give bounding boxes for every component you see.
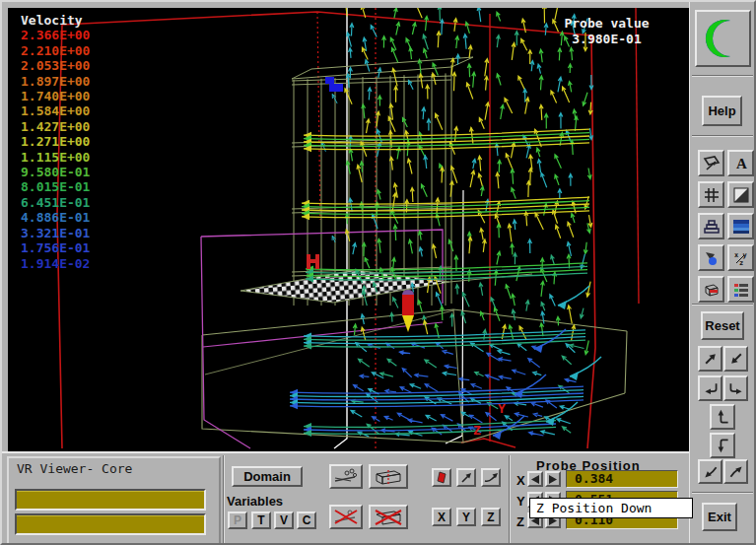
- red-plane-icon: [436, 471, 448, 484]
- velocity-legend: Velocity 2.366E+002.210E+002.053E+001.89…: [21, 13, 90, 271]
- help-button[interactable]: Help: [702, 96, 742, 126]
- clip-box-tool-button[interactable]: [698, 276, 724, 303]
- arrow-ne-icon: [703, 351, 719, 367]
- arrow-ne-small-icon: [460, 471, 473, 484]
- zoom-out-button[interactable]: [723, 346, 748, 372]
- probe-z-label: Z: [516, 514, 524, 529]
- exit-label: Exit: [708, 510, 731, 524]
- particle-trace-button[interactable]: [329, 464, 363, 489]
- legend-entry: 1.115E+00: [21, 150, 90, 165]
- probe-y-label: Y: [516, 494, 525, 509]
- status-field-1[interactable]: [15, 489, 206, 511]
- legend-entry: 1.914E-02: [21, 256, 90, 271]
- legend-entry: 2.366E+00: [21, 28, 90, 42]
- probe-x-left-button[interactable]: [527, 471, 543, 487]
- grid-icon: [703, 186, 721, 204]
- variable-t-button[interactable]: T: [251, 511, 271, 529]
- svg-text:A: A: [736, 156, 747, 171]
- swoosh-sw-icon: [703, 464, 719, 480]
- axis-y-button[interactable]: Y: [456, 508, 476, 526]
- legend-title: Velocity: [21, 13, 90, 28]
- legend-entry: 1.897E+00: [21, 74, 90, 89]
- layers-tool-button[interactable]: [698, 213, 724, 239]
- exit-button[interactable]: Exit: [702, 503, 737, 531]
- bent-arrow-icon: [484, 471, 499, 484]
- variable-p-button[interactable]: P: [228, 511, 247, 529]
- legend-entry: 9.580E-01: [21, 165, 90, 179]
- variable-v-button[interactable]: V: [274, 511, 294, 529]
- probe-label: Probe value: [545, 16, 668, 32]
- plane-tool-button[interactable]: [432, 468, 451, 487]
- legend-entry: 1.427E+00: [21, 119, 90, 134]
- probe-x-right-button[interactable]: [545, 471, 561, 487]
- delete-clip-plane-icon: [374, 509, 403, 526]
- vector-arrow-button[interactable]: [456, 468, 476, 487]
- delete-particle-trace-icon: [333, 509, 359, 525]
- colormap-icon: [732, 218, 750, 236]
- delete-clip-plane-button[interactable]: [369, 505, 408, 529]
- viewer-core-box: VR Viewer- Core: [7, 456, 221, 545]
- turn-down-button[interactable]: [710, 433, 735, 458]
- reset-view-button[interactable]: Reset: [701, 311, 744, 340]
- z-axis-label: Z: [473, 423, 481, 438]
- probe-pen-tool-button[interactable]: [698, 244, 724, 271]
- axis-x-button[interactable]: X: [432, 508, 451, 526]
- probe-pen-icon: [703, 249, 721, 267]
- grid-tool-button[interactable]: [698, 181, 724, 208]
- turn-up-icon: [715, 409, 730, 425]
- trace-arrow-button[interactable]: [481, 468, 501, 487]
- axis-z-button[interactable]: Z: [481, 508, 501, 526]
- annotation-tool-button[interactable]: A: [727, 150, 754, 176]
- legend-entry: 2.210E+00: [21, 43, 90, 58]
- calculator-icon: x y z: [732, 249, 750, 267]
- legend-entry: 8.015E-01: [21, 179, 90, 194]
- domain-button[interactable]: Domain: [232, 466, 303, 487]
- return-right-icon: [728, 380, 744, 396]
- probe-readout: Probe value 3.980E-01: [545, 16, 668, 47]
- shading-icon: [732, 186, 750, 204]
- particle-trace-icon: [333, 468, 359, 485]
- legend-entry: 1.740E+00: [21, 89, 90, 103]
- turn-up-button[interactable]: [710, 404, 735, 430]
- spin-right-icon: [549, 475, 557, 484]
- transform-tool-button[interactable]: [698, 150, 724, 176]
- variable-c-button[interactable]: C: [297, 511, 316, 529]
- clip-box-icon: [703, 281, 721, 299]
- palette-tool-button[interactable]: [727, 276, 754, 303]
- swing-right-button[interactable]: [723, 459, 748, 484]
- colormap-tool-button[interactable]: [727, 213, 754, 239]
- arrow-sw-icon: [728, 351, 744, 367]
- rotate-left-button[interactable]: [698, 375, 722, 401]
- rotate-right-button[interactable]: [723, 375, 748, 401]
- annotation-icon: A: [732, 155, 750, 172]
- palette-icon: [732, 281, 750, 299]
- app-logo-button[interactable]: [695, 10, 751, 67]
- legend-entry: 1.584E+00: [21, 103, 90, 118]
- legend-entry: 4.886E-01: [21, 210, 90, 225]
- viewer-title: VR Viewer- Core: [17, 461, 132, 476]
- swirl-logo-icon: [701, 16, 746, 61]
- probe-x-field[interactable]: 0.384: [566, 470, 678, 488]
- clip-plane-button[interactable]: [369, 464, 408, 489]
- calculator-tool-button[interactable]: x y z: [727, 244, 754, 271]
- tooltip: Z Position Down: [529, 498, 693, 518]
- vector-field-scene: [8, 8, 689, 451]
- swing-left-button[interactable]: [698, 459, 722, 484]
- delete-particle-trace-button[interactable]: [329, 505, 363, 529]
- shading-tool-button[interactable]: [727, 181, 754, 208]
- svg-text:z: z: [739, 259, 743, 267]
- status-field-2[interactable]: [15, 513, 206, 535]
- probe-value: 3.980E-01: [545, 32, 668, 47]
- zoom-in-button[interactable]: [698, 346, 722, 372]
- domain-label: Domain: [243, 469, 291, 484]
- turn-down-icon: [715, 438, 730, 453]
- reset-label: Reset: [705, 318, 739, 333]
- legend-entry: 2.053E+00: [21, 58, 90, 73]
- return-left-icon: [703, 380, 719, 396]
- 3d-viewport[interactable]: Velocity 2.366E+002.210E+002.053E+001.89…: [8, 8, 689, 451]
- swoosh-ne-icon: [728, 464, 744, 480]
- probe-x-label: X: [516, 473, 525, 488]
- transform-icon: [703, 155, 721, 172]
- y-axis-label: Y: [498, 401, 506, 416]
- legend-entry: 6.451E-01: [21, 195, 90, 210]
